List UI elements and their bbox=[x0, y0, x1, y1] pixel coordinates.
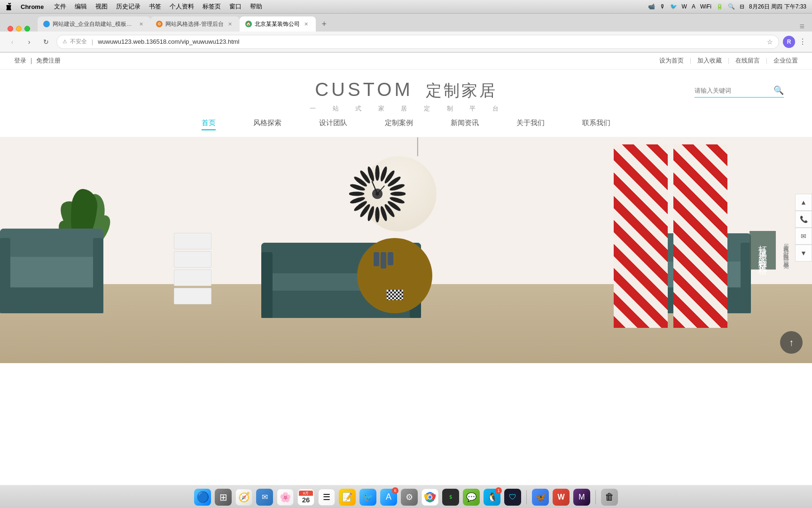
wall-clock bbox=[349, 166, 406, 222]
search-input[interactable] bbox=[695, 87, 770, 94]
login-link[interactable]: 登录 bbox=[14, 57, 26, 65]
dock-separator bbox=[526, 490, 527, 504]
dock-lark[interactable]: 🦋 bbox=[531, 488, 549, 506]
forward-button[interactable]: › bbox=[23, 35, 36, 48]
menu-window[interactable]: 窗口 bbox=[229, 2, 242, 11]
address-right-icons: ☆ bbox=[767, 38, 773, 46]
dock-chrome[interactable] bbox=[421, 488, 439, 506]
dock-utools[interactable]: 🛡 bbox=[504, 488, 522, 506]
dock-calendar[interactable]: 8月 26 bbox=[297, 488, 315, 506]
register-link[interactable]: 免费注册 bbox=[36, 57, 61, 65]
search-area: 🔍 bbox=[695, 85, 784, 98]
refresh-button[interactable]: ↻ bbox=[39, 35, 53, 48]
bookmark-star-icon[interactable]: ☆ bbox=[767, 38, 773, 46]
float-nav: ▲ 📞 ✉ ▼ bbox=[795, 194, 812, 262]
float-email-btn[interactable]: ✉ bbox=[795, 228, 812, 245]
profile-button[interactable]: R bbox=[783, 36, 795, 48]
back-button[interactable]: ‹ bbox=[6, 35, 19, 48]
dock-lark-app[interactable]: 🐦 bbox=[359, 488, 377, 506]
dock-safari[interactable]: 🧭 bbox=[235, 488, 253, 506]
dock-appstore[interactable]: A 6 bbox=[380, 488, 398, 506]
hero-text-box: 打造属于您的独特风格 bbox=[750, 231, 776, 270]
svg-point-26 bbox=[429, 495, 432, 499]
dock: 🔵 ⊞ 🧭 ✉ 🌸 8月 26 ☰ 📝 🐦 A 6 ⚙ bbox=[0, 485, 812, 508]
nav-news[interactable]: 新闻资讯 bbox=[451, 119, 479, 130]
more-options-button[interactable]: ⋮ bbox=[799, 37, 806, 46]
svg-point-10 bbox=[375, 207, 379, 222]
menu-history[interactable]: 历史记录 bbox=[116, 2, 141, 11]
nav-design-team[interactable]: 设计团队 bbox=[319, 119, 347, 130]
traffic-lights bbox=[8, 26, 30, 32]
maximize-window-btn[interactable] bbox=[24, 26, 30, 32]
control-center-icon[interactable]: ⊟ bbox=[740, 3, 744, 10]
dock-wechat[interactable]: 💬 bbox=[462, 488, 480, 506]
add-bookmark-link[interactable]: 加入收藏 bbox=[697, 57, 722, 65]
logo-custom: CUSTOM bbox=[315, 79, 413, 100]
dock-finder[interactable]: 🔵 bbox=[194, 488, 211, 506]
tab2-close[interactable]: ✕ bbox=[226, 20, 234, 28]
dock-notchmeister[interactable]: M bbox=[573, 488, 591, 506]
chair-3 bbox=[174, 270, 211, 286]
browser-chrome: 🌐 网站建设_企业自助建站_模板建... ✕ ⚙ 网站风格选择-管理后台 ✕ 🏠… bbox=[0, 14, 812, 53]
search-button[interactable]: 🔍 bbox=[773, 85, 784, 95]
back-to-top-button[interactable]: ↑ bbox=[780, 331, 803, 354]
protocol-label: 不安全 bbox=[70, 38, 87, 46]
logo-chinese: 定制家居 bbox=[426, 81, 497, 99]
set-homepage-link[interactable]: 设为首页 bbox=[659, 57, 684, 65]
nav-cases[interactable]: 定制案例 bbox=[385, 119, 413, 130]
svg-point-5 bbox=[390, 191, 406, 196]
guestbook-link[interactable]: 在线留言 bbox=[735, 57, 760, 65]
dock-wps[interactable]: W bbox=[552, 488, 570, 506]
menu-bar-items[interactable]: 文件 编辑 视图 历史记录 书签 个人资料 标签页 窗口 帮助 bbox=[54, 2, 262, 11]
menu-tabs[interactable]: 标签页 bbox=[203, 2, 221, 11]
address-bar: ‹ › ↻ ⚠ 不安全 | wuwuwu123.web.136518.com/v… bbox=[0, 32, 812, 52]
tab2-title: 网站风格选择-管理后台 bbox=[165, 21, 224, 28]
float-phone-btn[interactable]: 📞 bbox=[795, 211, 812, 228]
dock-qq[interactable]: 🐧 1 bbox=[483, 488, 501, 506]
search-input-wrap[interactable]: 🔍 bbox=[695, 85, 784, 98]
protocol-separator: | bbox=[92, 39, 93, 45]
tab1-title: 网站建设_企业自助建站_模板建... bbox=[53, 21, 134, 28]
close-window-btn[interactable] bbox=[8, 26, 13, 32]
new-tab-button[interactable]: + bbox=[318, 17, 331, 31]
tab1-close[interactable]: ✕ bbox=[137, 20, 145, 28]
browser-tab-2[interactable]: ⚙ 网站风格选择-管理后台 ✕ bbox=[150, 16, 240, 32]
dock-mail[interactable]: ✉ bbox=[256, 488, 273, 506]
wifi-icon: WiFi bbox=[700, 3, 711, 10]
float-down-btn[interactable]: ▼ bbox=[795, 245, 812, 262]
dock-notes[interactable]: 📝 bbox=[338, 488, 356, 506]
float-up-btn[interactable]: ▲ bbox=[795, 194, 812, 211]
spotlight-icon[interactable]: 🔍 bbox=[728, 3, 735, 10]
dock-terminal[interactable]: $ bbox=[442, 488, 460, 506]
dock-photos[interactable]: 🌸 bbox=[276, 488, 294, 506]
dock-launchpad[interactable]: ⊞ bbox=[214, 488, 232, 506]
nav-contact[interactable]: 联系我们 bbox=[582, 119, 610, 130]
menu-view[interactable]: 视图 bbox=[95, 2, 108, 11]
menu-file[interactable]: 文件 bbox=[54, 2, 66, 11]
clock-face bbox=[349, 166, 406, 222]
dock-system-prefs[interactable]: ⚙ bbox=[400, 488, 418, 506]
dock-reminders[interactable]: ☰ bbox=[318, 488, 336, 506]
logo-main: CUSTOM 定制家居 bbox=[306, 79, 506, 102]
nav-about[interactable]: 关于我们 bbox=[516, 119, 545, 130]
menu-edit[interactable]: 编辑 bbox=[75, 2, 87, 11]
location-link[interactable]: 企业位置 bbox=[773, 57, 798, 65]
browser-tab-3[interactable]: 🏠 北京某某装饰公司 ✕ bbox=[240, 16, 316, 32]
macos-menu-bar: Chrome 文件 编辑 视图 历史记录 书签 个人资料 标签页 窗口 帮助 📹… bbox=[0, 0, 812, 14]
menu-profile[interactable]: 个人资料 bbox=[170, 2, 194, 11]
tab3-close[interactable]: ✕ bbox=[303, 20, 310, 28]
nav-style[interactable]: 风格探索 bbox=[253, 119, 281, 130]
nav-home[interactable]: 首页 bbox=[202, 119, 216, 130]
menu-bookmarks[interactable]: 书签 bbox=[149, 2, 161, 11]
tab-overflow-btn[interactable]: ≡ bbox=[799, 22, 804, 32]
minimize-window-btn[interactable] bbox=[16, 26, 22, 32]
insecure-icon: ⚠ bbox=[62, 39, 67, 45]
browser-tab-1[interactable]: 🌐 网站建设_企业自助建站_模板建... ✕ bbox=[38, 16, 150, 32]
address-input-wrap[interactable]: ⚠ 不安全 | wuwuwu123.web.136518.com/vip_wuw… bbox=[56, 35, 779, 49]
dock-trash[interactable]: 🗑 bbox=[601, 488, 618, 506]
address-text[interactable]: wuwuwu123.web.136518.com/vip_wuwuwu123.h… bbox=[98, 38, 764, 45]
apple-icon[interactable] bbox=[6, 3, 13, 10]
mic-icon: 🎙 bbox=[660, 3, 665, 10]
menu-help[interactable]: 帮助 bbox=[250, 2, 262, 11]
tab3-title: 北京某某装饰公司 bbox=[255, 21, 300, 28]
